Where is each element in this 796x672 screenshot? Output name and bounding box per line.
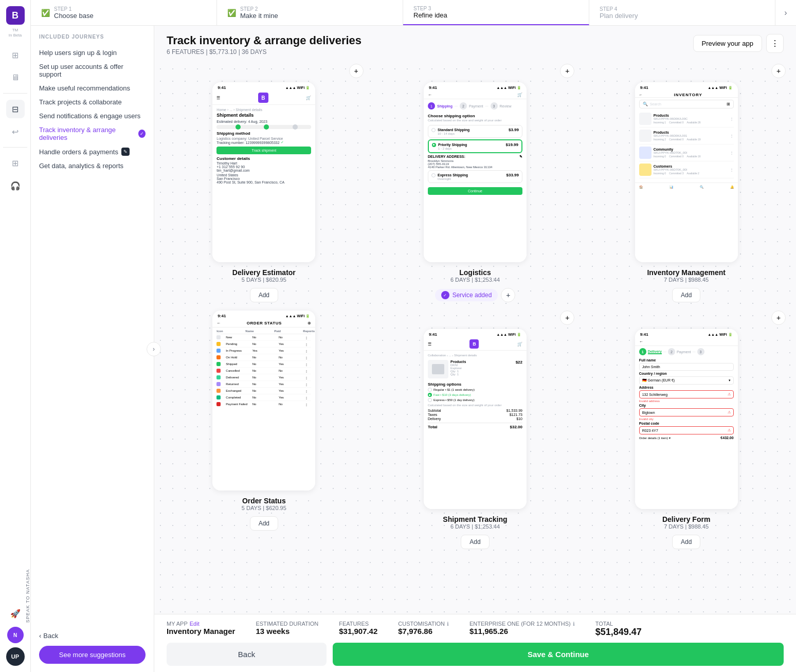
delivery-form-label: Delivery Form 7 DAYS | $988.45	[662, 513, 710, 531]
card-col-5: + 9:41 ▲▲▲WiFi🔋 ☰ B 🛒	[370, 306, 581, 553]
preview-button[interactable]: Preview your app	[693, 35, 762, 52]
total-label: TOTAL	[595, 621, 642, 627]
shipment-tracking-screen: 9:41 ▲▲▲WiFi🔋 ☰ B 🛒 Collaboration › ...	[424, 329, 527, 509]
delivery-form-meta: 7 DAYS | $988.45	[662, 523, 710, 530]
panel-toggle-button[interactable]: ›	[147, 342, 161, 356]
inventory-label: Inventory Management 7 DAYS | $988.45	[647, 266, 725, 284]
progress-bar: ✅ STEP 1 Choose base ✅ STEP 2 Make it mi…	[31, 0, 796, 26]
order-status-add-button[interactable]: Add	[250, 516, 278, 531]
step-4-label: Plan delivery	[600, 12, 638, 20]
sidebar-icon-tablet[interactable]: ⊞	[6, 46, 25, 64]
journey-active-badge: ✓	[138, 130, 146, 138]
order-status-meta: 5 DAYS | $620.95	[242, 505, 286, 511]
add-above-1[interactable]: +	[349, 64, 364, 78]
order-status-name: Order Status	[242, 497, 286, 505]
add-above-6[interactable]: +	[771, 311, 786, 325]
service-added-text: Service added	[453, 292, 492, 299]
journeys-panel: INCLUDED JOURNEYS Help users sign up & l…	[31, 26, 154, 672]
user-avatar-up[interactable]: UP	[6, 647, 25, 666]
save-continue-button[interactable]: Save & Continue	[333, 643, 784, 666]
shipment-tracking-meta: 6 DAYS | $1,253.44	[443, 523, 507, 530]
journey-item-analytics[interactable]: Get data, analytics & reports	[39, 159, 146, 173]
delivery-estimator-add-button[interactable]: Add	[250, 288, 278, 302]
step-1-check: ✅	[41, 9, 50, 17]
step-3[interactable]: STEP 3 Refine idea	[403, 0, 589, 25]
sidebar-icon-grid[interactable]: ⊟	[6, 100, 25, 118]
logistics-card: 9:41 ▲▲▲WiFi🔋 ← 🛒 1 S	[424, 82, 527, 262]
logistics-label: Logistics 6 DAYS | $1,253.44	[450, 266, 500, 284]
step-4-num: STEP 4	[600, 6, 638, 12]
customisation-value: $7,976.86	[398, 627, 449, 635]
bottom-stats: MY APP Edit Inventory Manager ESTIMATED …	[167, 621, 784, 638]
total-value: $51,849.47	[595, 627, 642, 638]
enterprise-label: ENTERPRISE ONE (FOR 12 MONTHS)	[469, 621, 571, 627]
duration-value: 13 weeks	[256, 627, 318, 635]
beta-label: TMIn Beta	[9, 28, 22, 38]
sidebar-icon-undo[interactable]: ↩	[6, 122, 25, 141]
journey-item-recommendations[interactable]: Make useful recommendations	[39, 81, 146, 95]
step-2[interactable]: ✅ STEP 2 Make it mine	[217, 0, 403, 25]
user-avatar-purple[interactable]: N	[7, 627, 24, 643]
right-panel: Track inventory & arrange deliveries 6 F…	[154, 26, 796, 672]
sidebar-icon-headset[interactable]: 🎧	[6, 176, 25, 195]
logistics-add-more-button[interactable]: +	[501, 288, 515, 302]
inventory-meta: 7 DAYS | $988.45	[647, 277, 725, 283]
app-logo: B	[6, 6, 25, 25]
main-content: ✅ STEP 1 Choose base ✅ STEP 2 Make it mi…	[31, 0, 796, 672]
sidebar-icon-rocket[interactable]: 🚀	[6, 604, 25, 623]
delivery-form-name: Delivery Form	[662, 515, 710, 523]
back-action-button[interactable]: Back	[167, 643, 327, 666]
journey-item-orders[interactable]: Handle orders & payments ✎	[39, 144, 146, 159]
logistics-action-row: ✓ Service added +	[435, 288, 516, 302]
page-meta: 6 FEATURES | $5,773.10 | 36 DAYS	[167, 48, 361, 56]
journey-edit-badge: ✎	[121, 148, 130, 156]
customisation-label: CUSTOMISATION	[398, 621, 445, 627]
service-added-badge: ✓ Service added	[435, 289, 498, 301]
bottom-bar: MY APP Edit Inventory Manager ESTIMATED …	[154, 614, 796, 672]
sidebar-icon-monitor[interactable]: 🖥	[6, 68, 25, 87]
duration-label: ESTIMATED DURATION	[256, 621, 318, 627]
customisation-info-icon[interactable]: ℹ	[447, 621, 449, 627]
features-value: $31,907.42	[339, 627, 377, 635]
delivery-form-card: 9:41 ▲▲▲WiFi🔋 ← 1	[635, 329, 738, 509]
journey-item-inventory[interactable]: Track inventory & arrange deliveries ✓	[39, 123, 146, 144]
page-header: Track inventory & arrange deliveries 6 F…	[154, 26, 796, 60]
step-1[interactable]: ✅ STEP 1 Choose base	[31, 0, 217, 25]
inventory-card: 9:41 ▲▲▲WiFi🔋 ← INVENTORY	[635, 82, 738, 262]
sidebar-icon-apps[interactable]: ⊞	[6, 154, 25, 172]
enterprise-info-icon[interactable]: ℹ	[573, 621, 575, 627]
enterprise-value: $11,965.26	[469, 627, 575, 635]
back-link[interactable]: ‹ Back	[39, 632, 146, 640]
shipment-tracking-add-button[interactable]: Add	[461, 535, 489, 549]
delivery-estimator-meta: 5 DAYS | $620.95	[232, 277, 296, 283]
journey-item-projects[interactable]: Track projects & collaborate	[39, 95, 146, 109]
order-status-label: Order Status 5 DAYS | $620.95	[242, 495, 286, 512]
see-more-button[interactable]: See more suggestions	[39, 646, 146, 664]
add-above-3[interactable]: +	[771, 64, 786, 78]
delivery-form-add-button[interactable]: Add	[672, 535, 700, 549]
step-1-num: STEP 1	[54, 6, 94, 12]
step-4[interactable]: STEP 4 Plan delivery	[589, 0, 775, 25]
inventory-add-button[interactable]: Add	[672, 288, 700, 302]
card-col-2: + 9:41 ▲▲▲WiFi🔋 ← 🛒	[370, 60, 581, 306]
step-2-check: ✅	[227, 9, 236, 17]
bottom-actions: Back Save & Continue	[167, 643, 784, 666]
shipment-tracking-name: Shipment Tracking	[443, 515, 507, 523]
app-name-value: Inventory Manager	[167, 627, 235, 635]
delivery-form-screen: 9:41 ▲▲▲WiFi🔋 ← 1	[635, 329, 738, 509]
journey-item-accounts[interactable]: Set up user accounts & offer support	[39, 60, 146, 81]
journey-item-signup[interactable]: Help users sign up & login	[39, 46, 146, 60]
stat-my-app: MY APP Edit Inventory Manager	[167, 621, 235, 638]
add-above-5[interactable]: +	[560, 311, 574, 325]
journey-item-notifications[interactable]: Send notifications & engage users	[39, 109, 146, 123]
stat-features: FEATURES $31,907.42	[339, 621, 377, 638]
more-options-button[interactable]: ›	[775, 0, 796, 25]
my-app-label: MY APP	[167, 621, 188, 627]
delivery-estimator-label: Delivery Estimator 5 DAYS | $620.95	[232, 266, 296, 284]
add-above-2[interactable]: +	[560, 64, 574, 78]
step-1-label: Choose base	[54, 12, 94, 20]
card-col-6: + 9:41 ▲▲▲WiFi🔋 ←	[581, 306, 792, 553]
more-menu-button[interactable]: ⋮	[766, 34, 784, 53]
edit-link[interactable]: Edit	[190, 621, 200, 627]
stat-enterprise: ENTERPRISE ONE (FOR 12 MONTHS) ℹ $11,965…	[469, 621, 575, 638]
